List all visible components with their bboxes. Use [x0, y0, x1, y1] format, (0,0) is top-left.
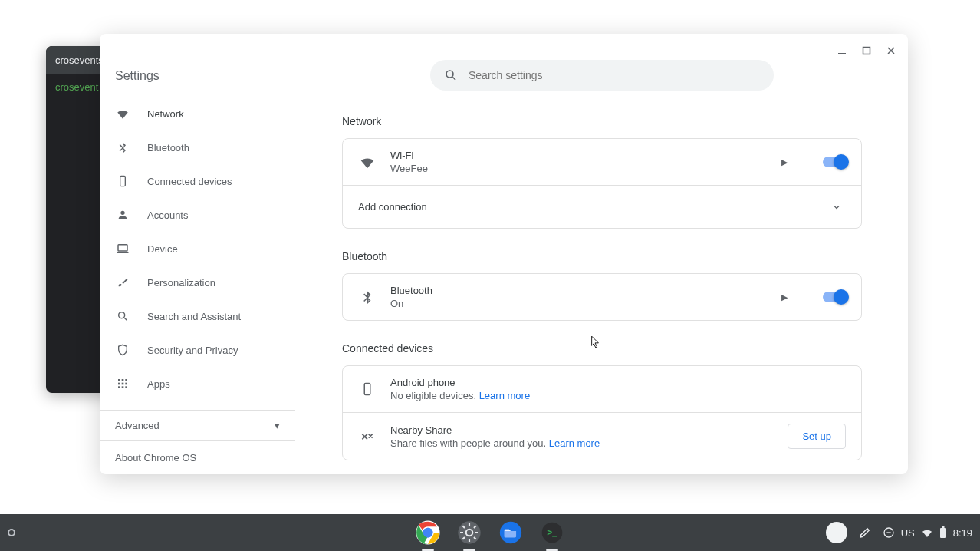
sidebar-item-security-privacy[interactable]: Security and Privacy [100, 335, 295, 365]
chevron-down-icon [832, 203, 841, 212]
wifi-icon [115, 107, 130, 120]
shelf-app-files[interactable] [495, 517, 526, 548]
svg-rect-8 [125, 379, 127, 381]
shelf: >_ US 8:19 [0, 514, 980, 551]
apps-grid-icon [115, 378, 130, 390]
connected-devices-card: Android phone No eligible devices. Learn… [342, 365, 862, 460]
sidebar-item-label: Device [147, 243, 178, 255]
svg-rect-13 [122, 386, 124, 388]
nearby-share-title: Nearby Share [390, 424, 774, 436]
sidebar-item-label: Bluetooth [147, 142, 189, 153]
sidebar-item-label: Network [147, 108, 184, 120]
ime-label: US [901, 527, 915, 539]
shelf-avatar[interactable] [826, 522, 847, 543]
wifi-row[interactable]: Wi-Fi WeeFee ▶ [343, 139, 861, 185]
status-tray[interactable]: US 8:19 [883, 526, 972, 539]
sidebar-item-label: Connected devices [147, 176, 232, 187]
battery-status-icon [939, 526, 947, 539]
sidebar-about-chrome-os[interactable]: About Chrome OS [100, 441, 295, 474]
nearby-learn-more-link[interactable]: Learn more [549, 437, 600, 449]
about-label: About Chrome OS [115, 452, 196, 464]
add-connection-row[interactable]: Add connection [343, 185, 861, 228]
svg-rect-10 [122, 383, 124, 385]
bluetooth-icon [115, 141, 130, 153]
wifi-title: Wi-Fi [390, 150, 761, 161]
add-connection-label: Add connection [358, 201, 814, 213]
wifi-details-button[interactable]: ▶ [775, 153, 794, 171]
section-heading-connected-devices: Connected devices [342, 342, 862, 355]
notification-icon [883, 526, 895, 539]
sidebar-item-apps[interactable]: Apps [100, 368, 295, 399]
nearby-share-icon [358, 427, 377, 446]
sidebar-item-connected-devices[interactable]: Connected devices [100, 166, 295, 196]
bluetooth-card: Bluetooth On ▶ [342, 273, 862, 321]
svg-rect-0 [838, 53, 846, 54]
nearby-share-setup-button[interactable]: Set up [788, 424, 846, 449]
sidebar-item-network[interactable]: Network [100, 98, 295, 129]
sidebar-item-bluetooth[interactable]: Bluetooth [100, 132, 295, 163]
sidebar: Settings Network Bluetooth Connected dev… [100, 60, 296, 474]
sidebar-item-personalization[interactable]: Personalization [100, 267, 295, 298]
bluetooth-details-button[interactable]: ▶ [775, 288, 794, 306]
svg-rect-27 [940, 528, 946, 538]
wifi-status-icon [921, 526, 933, 539]
search-bar[interactable] [430, 60, 774, 91]
section-heading-network: Network [342, 115, 862, 127]
person-icon [115, 209, 130, 221]
svg-rect-11 [125, 383, 127, 385]
chevron-down-icon: ▾ [275, 420, 280, 431]
shelf-stylus-icon[interactable] [858, 526, 872, 539]
window-close-button[interactable] [880, 40, 902, 61]
chevron-right-icon: ▶ [781, 292, 788, 302]
svg-rect-4 [118, 245, 127, 251]
clock: 8:19 [953, 527, 972, 539]
bluetooth-status: On [390, 298, 761, 309]
svg-point-5 [119, 312, 125, 318]
wifi-network-name: WeeFee [390, 163, 761, 174]
search-icon [115, 310, 130, 322]
sidebar-item-accounts[interactable]: Accounts [100, 200, 295, 230]
android-learn-more-link[interactable]: Learn more [479, 390, 530, 401]
shelf-app-settings[interactable] [454, 517, 485, 548]
section-heading-bluetooth: Bluetooth [342, 250, 862, 262]
nearby-share-subtitle: Share files with people around you. [390, 437, 546, 449]
svg-rect-16 [364, 384, 370, 395]
launcher-button[interactable] [8, 529, 15, 536]
android-phone-row[interactable]: Android phone No eligible devices. Learn… [343, 366, 861, 412]
sidebar-item-label: Security and Privacy [147, 345, 238, 356]
add-connection-expand[interactable] [827, 198, 846, 216]
window-minimize-button[interactable] [831, 40, 853, 61]
shelf-app-terminal[interactable]: >_ [537, 517, 567, 548]
sidebar-item-device[interactable]: Device [100, 233, 295, 264]
android-phone-title: Android phone [390, 377, 846, 388]
network-card: Wi-Fi WeeFee ▶ Add connection [342, 138, 862, 229]
shelf-app-chrome[interactable] [413, 517, 443, 548]
bluetooth-toggle[interactable] [823, 292, 846, 302]
sidebar-advanced[interactable]: Advanced ▾ [100, 410, 295, 441]
terminal-title: crosevents [55, 54, 104, 66]
chevron-right-icon: ▶ [781, 157, 788, 167]
advanced-label: Advanced [115, 420, 159, 431]
window-maximize-button[interactable] [856, 40, 877, 61]
svg-rect-14 [125, 386, 127, 388]
sidebar-item-label: Search and Assistant [147, 311, 241, 322]
wifi-signal-icon [358, 153, 377, 171]
settings-main: Network Wi-Fi WeeFee ▶ [296, 60, 908, 474]
nearby-share-row: Nearby Share Share files with people aro… [343, 412, 861, 460]
wifi-toggle[interactable] [823, 157, 846, 167]
search-input[interactable] [469, 69, 760, 81]
sidebar-item-search-assistant[interactable]: Search and Assistant [100, 301, 295, 332]
svg-rect-7 [122, 379, 124, 381]
svg-text:>_: >_ [547, 527, 557, 538]
phone-icon [358, 380, 377, 398]
brush-icon [115, 276, 130, 289]
svg-rect-12 [118, 386, 120, 388]
bluetooth-row[interactable]: Bluetooth On ▶ [343, 274, 861, 320]
phone-icon [115, 175, 130, 187]
svg-rect-6 [118, 379, 120, 381]
settings-window: Settings Network Bluetooth Connected dev… [100, 34, 908, 474]
shield-icon [115, 344, 130, 356]
app-title: Settings [100, 60, 295, 98]
svg-point-3 [120, 211, 124, 215]
sidebar-item-label: Apps [147, 378, 170, 390]
